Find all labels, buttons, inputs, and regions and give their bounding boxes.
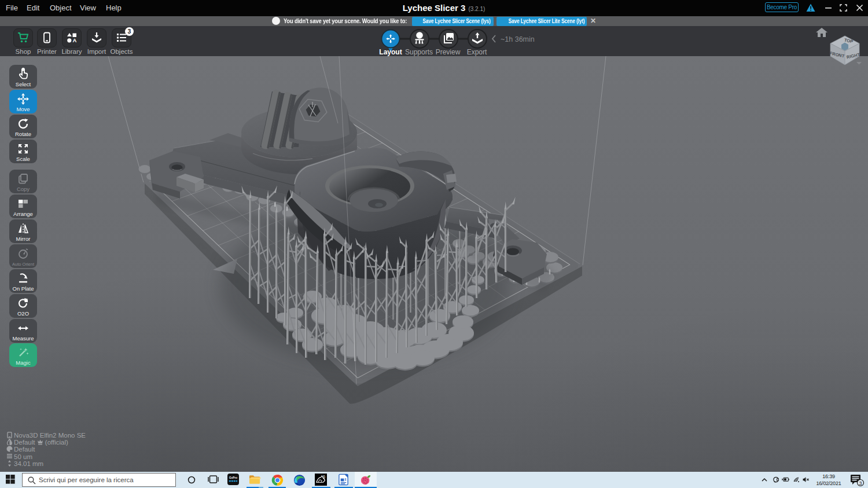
svg-text:A: A (73, 37, 77, 43)
svg-text:3: 3 (859, 480, 862, 486)
svg-text:6: 6 (323, 474, 325, 479)
svg-text:GoPro: GoPro (229, 476, 237, 479)
svg-text:~1h 36min: ~1h 36min (501, 35, 535, 43)
